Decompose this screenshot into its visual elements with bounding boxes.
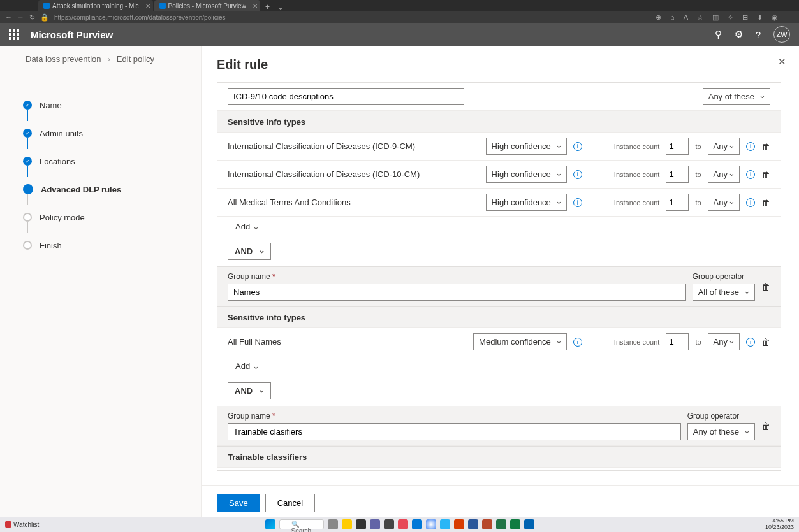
logic-operator-select[interactable]: AND <box>228 382 271 399</box>
classifier-row: Healthcare🗑 <box>217 468 781 471</box>
app-icon[interactable] <box>524 519 534 529</box>
group-name-input[interactable] <box>228 423 681 440</box>
info-icon[interactable]: i <box>573 198 582 207</box>
task-view-icon[interactable] <box>328 519 338 529</box>
sit-row: International Classification of Diseases… <box>217 161 781 189</box>
system-clock[interactable]: 4:55 PM 10/23/2023 <box>765 518 794 531</box>
account-icon[interactable]: ◉ <box>772 13 778 22</box>
sync-icon[interactable]: A <box>684 13 688 22</box>
add-sit-button[interactable]: Add <box>235 361 260 371</box>
group-operator-select[interactable]: Any of these <box>687 423 755 440</box>
excel-icon[interactable] <box>510 519 520 529</box>
app-icon[interactable] <box>356 519 366 529</box>
app-icon[interactable] <box>398 519 408 529</box>
step-admin-units[interactable]: Admin units <box>23 120 201 147</box>
info-icon[interactable]: i <box>573 142 582 151</box>
gear-icon[interactable]: ⚙ <box>735 29 743 40</box>
confidence-select[interactable]: High confidence <box>486 166 567 183</box>
instance-to-select[interactable]: Any <box>708 333 740 350</box>
explorer-icon[interactable] <box>342 519 352 529</box>
instance-from-input[interactable] <box>666 194 689 211</box>
confidence-select[interactable]: High confidence <box>486 194 567 211</box>
confidence-select[interactable]: High confidence <box>486 138 567 155</box>
home-icon[interactable]: ⌂ <box>670 13 675 22</box>
instance-from-input[interactable] <box>666 166 689 183</box>
instance-to-select[interactable]: Any <box>708 138 740 155</box>
info-icon[interactable]: i <box>746 142 755 151</box>
add-sit-button[interactable]: Add <box>235 222 260 231</box>
edge-icon[interactable] <box>440 519 450 529</box>
excel-icon[interactable] <box>496 519 506 529</box>
cancel-button[interactable]: Cancel <box>265 494 315 512</box>
info-icon[interactable]: i <box>573 170 582 179</box>
refresh-icon[interactable]: ↻ <box>29 13 35 22</box>
tab-menu-icon[interactable]: ⌄ <box>274 3 288 11</box>
rule-editor-scroll[interactable]: Any of these Sensitive info types Intern… <box>217 82 781 471</box>
sit-name: All Full Names <box>228 337 467 347</box>
help-icon[interactable]: ? <box>756 29 761 40</box>
instance-from-input[interactable] <box>666 138 689 155</box>
section-header-sit: Sensitive info types <box>217 111 781 133</box>
app-icon[interactable] <box>384 519 394 529</box>
step-locations[interactable]: Locations <box>23 148 201 175</box>
instance-to-select[interactable]: Any <box>708 166 740 183</box>
info-icon[interactable]: i <box>573 338 582 347</box>
word-icon[interactable] <box>468 519 478 529</box>
app-launcher-icon[interactable] <box>9 29 19 40</box>
group-name-input[interactable] <box>228 88 464 105</box>
sit-row: All Full Names Medium confidence i Insta… <box>217 328 781 356</box>
confidence-select[interactable]: Medium confidence <box>473 333 567 350</box>
delete-icon[interactable]: 🗑 <box>761 141 770 152</box>
group-name-input[interactable] <box>228 284 686 301</box>
instance-to-select[interactable]: Any <box>708 194 740 211</box>
group-operator-select[interactable]: All of these <box>693 284 755 301</box>
delete-icon[interactable]: 🗑 <box>761 282 770 292</box>
connector-icon[interactable]: ⚲ <box>715 29 722 40</box>
step-advanced-dlp-rules[interactable]: Advanced DLP rules <box>23 176 201 203</box>
windows-taskbar[interactable]: Watchlist 🔍 Search 4:55 PM 10/23/2023 <box>0 517 799 532</box>
save-button[interactable]: Save <box>217 494 260 512</box>
breadcrumb-current: Edit policy <box>117 54 154 64</box>
sit-name: International Classification of Diseases… <box>228 169 480 179</box>
new-tab-button[interactable]: + <box>261 3 274 11</box>
step-name[interactable]: Name <box>23 92 201 119</box>
step-finish[interactable]: Finish <box>23 232 201 259</box>
breadcrumb-parent[interactable]: Data loss prevention <box>26 54 101 64</box>
office-icon[interactable] <box>454 519 464 529</box>
start-icon[interactable] <box>265 519 275 529</box>
wizard-stepper: Name Admin units Locations Advanced DLP … <box>0 46 201 520</box>
reading-icon[interactable]: ✧ <box>728 13 733 22</box>
address-bar[interactable]: https://compliance.microsoft.com/datalos… <box>54 14 650 21</box>
delete-icon[interactable]: 🗑 <box>761 337 770 347</box>
logic-operator-select[interactable]: AND <box>228 243 271 260</box>
download-icon[interactable]: ⬇ <box>757 13 763 22</box>
collections-icon[interactable]: ▥ <box>712 13 719 22</box>
zoom-icon[interactable]: ⊕ <box>656 13 661 22</box>
chrome-icon[interactable] <box>426 519 436 529</box>
more-icon[interactable]: ⋯ <box>787 13 794 22</box>
delete-icon[interactable]: 🗑 <box>761 198 770 208</box>
info-icon[interactable]: i <box>746 338 755 347</box>
step-policy-mode[interactable]: Policy mode <box>23 204 201 231</box>
close-icon[interactable]: ✕ <box>253 3 258 10</box>
edge-icon[interactable] <box>412 519 422 529</box>
group-operator-select[interactable]: Any of these <box>703 88 770 105</box>
info-icon[interactable]: i <box>746 170 755 179</box>
teams-icon[interactable] <box>370 519 380 529</box>
close-icon[interactable]: ✕ <box>145 3 150 10</box>
info-icon[interactable]: i <box>746 198 755 207</box>
browser-tab[interactable]: Policies - Microsoft Purview✕ <box>154 0 260 11</box>
back-icon[interactable]: ← <box>5 13 12 21</box>
close-panel-icon[interactable]: ✕ <box>778 56 786 68</box>
delete-icon[interactable]: 🗑 <box>761 169 770 180</box>
powerpoint-icon[interactable] <box>482 519 492 529</box>
favorite-icon[interactable]: ☆ <box>697 13 703 22</box>
instance-from-input[interactable] <box>666 333 689 350</box>
taskbar-search[interactable]: 🔍 Search <box>279 519 324 529</box>
user-avatar[interactable]: ZW <box>773 26 790 43</box>
browser-tab[interactable]: Attack simulation training - Mic✕ <box>38 0 153 11</box>
watchlist-widget[interactable]: Watchlist <box>5 521 39 528</box>
sit-name: International Classification of Diseases… <box>228 141 480 151</box>
extensions-icon[interactable]: ⊞ <box>742 13 748 22</box>
delete-icon[interactable]: 🗑 <box>761 421 770 431</box>
